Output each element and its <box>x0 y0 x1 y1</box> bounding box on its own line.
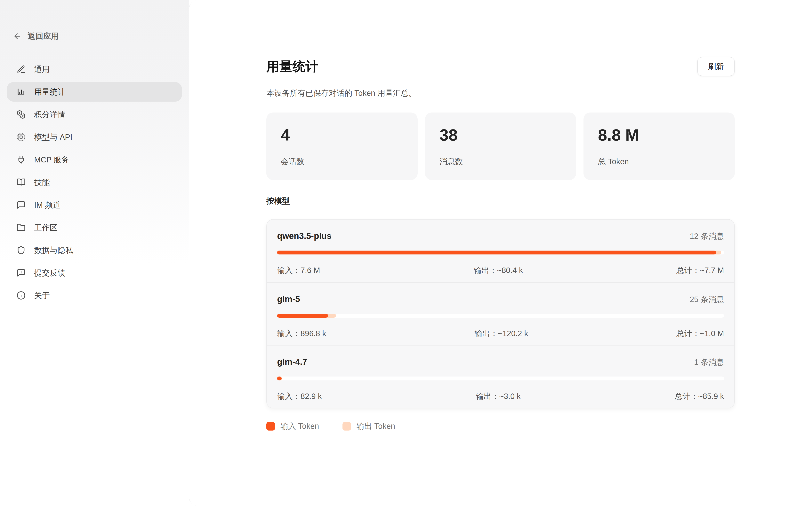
refresh-button[interactable]: 刷新 <box>697 57 735 76</box>
sidebar-item-general[interactable]: 通用 <box>7 60 182 79</box>
sidebar-nav: 通用 用量统计 积分详情 模型与 API <box>7 60 182 308</box>
model-output-tokens: 输出：~3.0 k <box>476 391 521 402</box>
stat-card-total-tokens: 8.8 M 总 Token <box>584 112 735 180</box>
cpu-icon <box>17 133 25 142</box>
token-usage-bar <box>277 251 724 254</box>
sessions-count: 4 <box>281 125 403 145</box>
output-token-swatch <box>343 422 351 431</box>
model-input-tokens: 输入：896.8 k <box>277 328 326 339</box>
model-input-tokens: 输入：7.6 M <box>277 265 320 276</box>
input-token-segment <box>277 376 282 381</box>
model-output-tokens: 输出：~80.4 k <box>473 265 523 276</box>
sidebar-item-credits[interactable]: 积分详情 <box>7 105 182 124</box>
sidebar-item-label: 积分详情 <box>34 109 65 120</box>
sidebar-item-mcp[interactable]: MCP 服务 <box>7 150 182 169</box>
token-usage-bar <box>277 314 724 318</box>
sidebar-item-usage-stats[interactable]: 用量统计 <box>7 82 182 102</box>
model-total-tokens: 总计：~7.7 M <box>677 265 724 276</box>
total-tokens-count: 8.8 M <box>598 125 720 145</box>
model-usage-list: qwen3.5-plus 12 条消息 输入：7.6 M 输出：~80.4 k … <box>267 219 735 408</box>
sidebar-item-skills[interactable]: 技能 <box>7 173 182 192</box>
legend-label: 输出 Token <box>357 421 395 431</box>
legend-item-input: 输入 Token <box>267 421 319 431</box>
book-open-icon <box>17 178 25 187</box>
model-output-tokens: 输出：~120.2 k <box>474 328 528 339</box>
sidebar-item-label: MCP 服务 <box>34 154 69 165</box>
messages-count: 38 <box>439 125 562 145</box>
sidebar-item-about[interactable]: 关于 <box>7 286 182 305</box>
page-title: 用量统计 <box>267 58 319 75</box>
shield-icon <box>17 246 25 255</box>
app-window: 返回应用 通用 用量统计 积分详情 <box>0 0 812 506</box>
model-row: glm-5 25 条消息 输入：896.8 k 输出：~120.2 k 总计：~… <box>267 282 734 345</box>
model-name: qwen3.5-plus <box>277 231 331 241</box>
legend-item-output: 输出 Token <box>343 421 395 431</box>
back-label: 返回应用 <box>27 31 59 41</box>
legend-label: 输入 Token <box>280 421 319 431</box>
model-row: qwen3.5-plus 12 条消息 输入：7.6 M 输出：~80.4 k … <box>267 220 734 282</box>
model-total-tokens: 总计：~85.9 k <box>675 391 724 402</box>
model-total-tokens: 总计：~1.0 M <box>677 328 724 339</box>
sidebar-item-models-api[interactable]: 模型与 API <box>7 127 182 147</box>
sidebar-item-label: 关于 <box>34 290 50 301</box>
sidebar-item-label: IM 频道 <box>34 200 61 210</box>
settings-panel: 用量统计 刷新 本设备所有已保存对话的 Token 用量汇总。 4 会话数 38… <box>189 0 812 506</box>
input-token-segment <box>277 251 716 254</box>
token-legend: 输入 Token 输出 Token <box>267 421 735 431</box>
stat-card-sessions: 4 会话数 <box>267 112 418 180</box>
input-token-swatch <box>267 422 275 431</box>
sidebar-item-label: 工作区 <box>34 222 58 233</box>
model-message-count: 1 条消息 <box>694 357 724 367</box>
model-name: glm-4.7 <box>277 357 307 367</box>
message-square-plus-icon <box>17 268 25 277</box>
sidebar-item-feedback[interactable]: 提交反馈 <box>7 263 182 282</box>
message-square-icon <box>17 200 25 209</box>
summary-cards: 4 会话数 38 消息数 8.8 M 总 Token <box>267 112 735 180</box>
page-subtitle: 本设备所有已保存对话的 Token 用量汇总。 <box>267 88 735 98</box>
pencil-icon <box>17 65 25 74</box>
back-to-app-button[interactable]: 返回应用 <box>13 31 182 41</box>
sessions-label: 会话数 <box>281 156 403 167</box>
input-token-segment <box>277 314 328 318</box>
folder-icon <box>17 223 25 232</box>
model-input-tokens: 输入：82.9 k <box>277 391 322 402</box>
bar-chart-icon <box>17 87 25 96</box>
stat-card-messages: 38 消息数 <box>425 112 576 180</box>
sidebar-item-label: 用量统计 <box>34 87 65 97</box>
sidebar-item-label: 模型与 API <box>34 132 72 143</box>
sidebar-item-data-privacy[interactable]: 数据与隐私 <box>7 240 182 260</box>
plug-icon <box>17 155 25 164</box>
model-message-count: 25 条消息 <box>690 294 724 305</box>
total-tokens-label: 总 Token <box>598 156 720 167</box>
sidebar-item-im-channels[interactable]: IM 频道 <box>7 195 182 215</box>
messages-label: 消息数 <box>439 156 562 167</box>
model-name: glm-5 <box>277 294 300 304</box>
model-message-count: 12 条消息 <box>690 231 724 242</box>
sidebar-item-label: 通用 <box>34 64 50 75</box>
token-usage-bar <box>277 376 724 381</box>
settings-sidebar: 返回应用 通用 用量统计 积分详情 <box>0 0 189 506</box>
sidebar-item-label: 提交反馈 <box>34 267 65 278</box>
sidebar-item-workspace[interactable]: 工作区 <box>7 218 182 237</box>
info-icon <box>17 291 25 300</box>
by-model-section-title: 按模型 <box>267 195 735 206</box>
sidebar-item-label: 技能 <box>34 177 50 188</box>
arrow-left-icon <box>13 32 22 40</box>
coins-icon <box>17 110 25 119</box>
model-row: glm-4.7 1 条消息 输入：82.9 k 输出：~3.0 k 总计：~85… <box>267 345 734 408</box>
sidebar-item-label: 数据与隐私 <box>34 245 73 256</box>
